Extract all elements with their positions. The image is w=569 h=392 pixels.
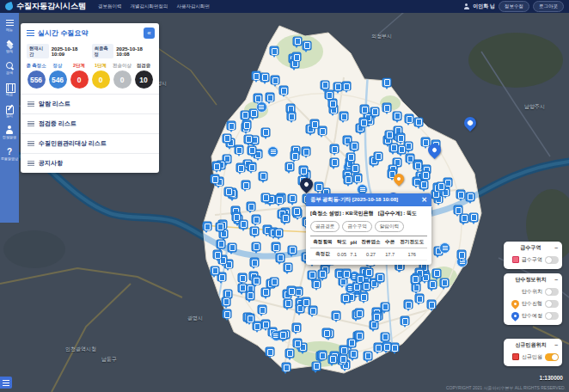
station-marker[interactable] <box>396 133 405 142</box>
station-marker[interactable] <box>370 107 379 116</box>
station-marker[interactable] <box>288 194 297 203</box>
station-marker[interactable] <box>212 162 221 170</box>
station-marker[interactable] <box>359 118 368 126</box>
station-marker[interactable] <box>238 273 247 282</box>
station-marker[interactable] <box>293 339 302 347</box>
station-marker[interactable] <box>285 162 294 171</box>
station-marker[interactable] <box>217 240 225 248</box>
station-marker[interactable] <box>252 71 260 80</box>
station-marker[interactable] <box>321 81 329 89</box>
rail-item-menu[interactable]: 메뉴 <box>5 18 15 32</box>
station-marker[interactable] <box>469 213 478 222</box>
station-marker[interactable] <box>342 269 351 278</box>
station-marker[interactable] <box>223 134 231 143</box>
station-marker[interactable] <box>241 111 249 119</box>
station-marker[interactable] <box>346 153 355 162</box>
station-marker[interactable] <box>397 145 406 154</box>
station-marker[interactable] <box>381 333 389 341</box>
station-marker[interactable] <box>376 273 384 282</box>
station-marker[interactable] <box>261 193 270 202</box>
station-marker[interactable] <box>401 316 409 325</box>
station-marker[interactable] <box>440 279 449 287</box>
station-marker[interactable] <box>382 103 391 112</box>
station-marker[interactable] <box>287 286 296 295</box>
station-marker[interactable] <box>344 175 352 184</box>
station-marker[interactable] <box>413 161 422 169</box>
station-marker[interactable] <box>389 144 398 152</box>
station-marker[interactable] <box>213 250 222 259</box>
minimize-icon[interactable]: − <box>554 277 558 283</box>
station-marker[interactable] <box>318 351 327 359</box>
station-marker[interactable] <box>278 331 287 340</box>
close-icon[interactable]: ✕ <box>421 197 427 204</box>
station-marker[interactable] <box>374 152 382 161</box>
station-marker[interactable] <box>293 37 302 46</box>
rail-item-edit[interactable]: 일지 <box>5 104 15 118</box>
station-marker[interactable] <box>292 52 301 61</box>
station-marker[interactable] <box>437 182 445 191</box>
top-menu-item-2[interactable]: 사용자감시화면 <box>177 3 211 9</box>
station-marker[interactable] <box>239 220 248 229</box>
rail-item-layers[interactable]: 범례 <box>5 40 15 53</box>
station-marker[interactable] <box>393 112 401 120</box>
station-marker[interactable] <box>266 93 274 101</box>
station-marker[interactable] <box>330 158 339 167</box>
toggle-switch[interactable] <box>545 300 559 308</box>
station-marker[interactable] <box>282 363 291 371</box>
station-marker[interactable] <box>362 282 370 291</box>
rail-item-help[interactable]: ?도움말영상 <box>1 147 18 161</box>
station-marker[interactable] <box>292 207 301 216</box>
station-marker[interactable] <box>259 172 267 181</box>
station-marker[interactable] <box>312 279 321 288</box>
station-marker[interactable] <box>330 144 339 153</box>
map-panel-toggle-button[interactable] <box>0 377 12 389</box>
station-marker[interactable] <box>299 166 308 175</box>
station-marker[interactable] <box>270 46 278 55</box>
rail-item-search[interactable]: 검색 <box>5 61 15 75</box>
station-marker[interactable] <box>428 280 437 289</box>
station-marker[interactable] <box>414 118 423 126</box>
station-marker[interactable] <box>308 271 316 279</box>
water-outage-progress-pin[interactable] <box>394 174 404 184</box>
station-marker[interactable] <box>272 242 280 251</box>
station-marker[interactable] <box>359 292 368 301</box>
station-marker[interactable] <box>339 354 347 363</box>
station-marker[interactable] <box>364 352 372 360</box>
station-marker[interactable] <box>347 339 356 347</box>
station-marker[interactable] <box>374 343 382 352</box>
selected-station-pin[interactable] <box>300 178 313 191</box>
station-marker[interactable] <box>340 112 348 120</box>
station-marker[interactable] <box>318 270 327 279</box>
station-marker[interactable] <box>460 214 468 223</box>
station-marker[interactable] <box>228 243 236 252</box>
station-marker[interactable] <box>247 202 255 211</box>
station-marker[interactable] <box>341 294 350 303</box>
station-marker[interactable] <box>238 284 247 292</box>
station-marker[interactable] <box>427 300 436 309</box>
station-marker[interactable] <box>421 171 430 180</box>
station-marker[interactable] <box>292 323 301 332</box>
station-marker[interactable] <box>315 182 323 191</box>
station-marker[interactable] <box>322 328 331 337</box>
station-marker[interactable] <box>340 346 348 354</box>
station-cluster-marker[interactable] <box>256 101 267 113</box>
edit-info-button[interactable]: 정보수정 <box>499 1 529 12</box>
station-marker[interactable] <box>364 268 373 277</box>
toggle-switch[interactable] <box>545 288 559 296</box>
station-marker[interactable] <box>281 214 290 223</box>
station-marker[interactable] <box>261 320 270 328</box>
station-marker[interactable] <box>355 331 364 340</box>
station-marker[interactable] <box>333 83 342 91</box>
station-marker[interactable] <box>236 163 245 172</box>
station-marker[interactable] <box>271 76 279 84</box>
station-marker[interactable] <box>276 254 284 262</box>
station-marker[interactable] <box>252 276 260 285</box>
station-marker[interactable] <box>279 86 288 95</box>
station-marker[interactable] <box>244 135 253 144</box>
station-marker[interactable] <box>242 120 251 129</box>
station-marker[interactable] <box>261 288 270 297</box>
station-marker[interactable] <box>266 347 274 356</box>
station-marker[interactable] <box>385 131 394 139</box>
station-marker[interactable] <box>310 119 319 128</box>
station-marker[interactable] <box>274 229 283 237</box>
